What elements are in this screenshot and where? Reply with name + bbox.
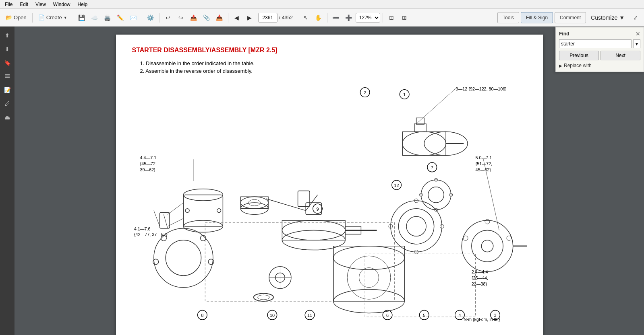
svg-rect-13 — [414, 124, 426, 132]
sidebar-icon-eraser[interactable] — [2, 112, 13, 123]
menu-bar: File Edit View Window Help — [0, 0, 644, 9]
svg-point-60 — [398, 209, 434, 244]
next-page-button[interactable]: ▶ — [244, 12, 256, 24]
maximize-button[interactable]: ⤢ — [630, 12, 642, 24]
find-buttons: Previous Next — [559, 51, 640, 60]
svg-text:{42—77, 37—67}: {42—77, 37—67} — [134, 232, 167, 237]
svg-text:9: 9 — [316, 207, 319, 212]
zoom-out-button[interactable]: ➖ — [330, 12, 342, 24]
undo-button[interactable]: ↩ — [162, 12, 174, 24]
separator-3 — [142, 13, 142, 23]
svg-point-34 — [166, 240, 201, 275]
sidebar-icon-pen[interactable]: 🖊 — [2, 98, 13, 109]
find-next-button[interactable]: Next — [601, 51, 640, 60]
svg-point-75 — [463, 236, 468, 240]
edit-button[interactable]: ✏️ — [114, 12, 126, 24]
page-separator: / — [279, 15, 280, 21]
svg-rect-96 — [306, 203, 321, 214]
svg-point-114 — [257, 295, 269, 300]
find-dropdown-button[interactable]: ▼ — [633, 39, 640, 48]
svg-line-29 — [168, 218, 183, 226]
email-button[interactable]: ✉️ — [127, 12, 139, 24]
tools-button[interactable]: Tools — [497, 12, 519, 23]
find-close-button[interactable]: ✕ — [636, 31, 640, 37]
separator-1 — [32, 13, 33, 23]
svg-text:12: 12 — [394, 183, 399, 188]
svg-point-61 — [406, 216, 426, 236]
zoom-in-button[interactable]: ➕ — [343, 12, 355, 24]
menu-file[interactable]: File — [2, 1, 16, 8]
svg-line-28 — [168, 203, 183, 214]
extract-button[interactable]: 📤 — [188, 12, 200, 24]
svg-rect-104 — [365, 254, 475, 317]
attach-button[interactable]: 📎 — [201, 12, 213, 24]
save-cloud-button[interactable]: ☁️ — [89, 12, 101, 24]
sidebar-icon-down[interactable]: ⬇ — [2, 43, 13, 55]
svg-text:N·m {kgf·cm, in·lbf}: N·m {kgf·cm, in·lbf} — [464, 317, 500, 322]
svg-rect-2 — [5, 74, 10, 75]
svg-rect-3 — [5, 117, 10, 119]
svg-point-56 — [359, 268, 379, 288]
create-label: Create — [46, 14, 62, 21]
cursor-button[interactable]: ↖ — [300, 12, 312, 24]
left-sidebar: ⬆ ⬇ 🔖 📝 🖊 — [0, 27, 14, 335]
replace-row[interactable]: ▶ Replace with — [559, 63, 640, 68]
export-button[interactable]: 📥 — [213, 12, 226, 24]
menu-view[interactable]: View — [32, 1, 49, 8]
replace-arrow-icon: ▶ — [559, 64, 562, 68]
comment-button[interactable]: Comment — [555, 12, 586, 23]
sidebar-icon-layers[interactable] — [2, 71, 13, 82]
svg-point-74 — [507, 236, 511, 240]
find-input-row: ▼ — [559, 39, 640, 48]
diagram-svg: 9—12 {92—122, 80—106} 1 2 — [132, 78, 527, 327]
sidebar-icon-annotation[interactable]: 📝 — [2, 84, 13, 96]
svg-rect-0 — [5, 76, 10, 76]
zoom-select[interactable]: 50% 75% 100% 127% 150% 200% — [356, 13, 380, 23]
prev-page-button[interactable]: ◀ — [231, 12, 243, 24]
find-panel: Find ✕ ▼ Previous Next ▶ Replace with — [555, 27, 644, 72]
main-layout: ⬆ ⬇ 🔖 📝 🖊 STARTER DISASSEMBLY/ASSEMBLY [… — [0, 27, 644, 335]
menu-window[interactable]: Window — [50, 1, 74, 8]
svg-text:8: 8 — [201, 313, 203, 318]
customize-button[interactable]: Customize ▼ — [588, 12, 628, 24]
print-button[interactable]: 🖨️ — [101, 12, 114, 24]
redo-button[interactable]: ↪ — [175, 12, 187, 24]
page-number-input[interactable]: 2361 — [258, 13, 277, 23]
sidebar-icon-nav[interactable]: ⬆ — [2, 30, 13, 41]
svg-point-27 — [217, 209, 221, 213]
find-previous-button[interactable]: Previous — [559, 51, 599, 60]
settings-button[interactable]: ⚙️ — [145, 12, 157, 24]
page-total: 4352 — [282, 15, 293, 21]
svg-line-40 — [153, 211, 159, 226]
fit-page-button[interactable]: ⊡ — [385, 12, 398, 24]
save-button[interactable]: 💾 — [76, 12, 88, 24]
svg-text:{25—44,: {25—44, — [471, 275, 488, 280]
toolbar-right: Tools Fill & Sign Comment Customize ▼ ⤢ — [497, 12, 642, 24]
svg-text:5.0—7.1: 5.0—7.1 — [475, 155, 492, 160]
fit-width-button[interactable]: ⊞ — [398, 12, 410, 24]
separator-8 — [383, 13, 383, 23]
page-navigation: 2361 / 4352 — [258, 13, 293, 23]
hand-button[interactable]: ✋ — [313, 12, 325, 24]
content-area[interactable]: STARTER DISASSEMBLY/ASSEMBLY [MZR 2.5] 1… — [14, 27, 644, 335]
find-panel-header: Find ✕ — [559, 31, 640, 37]
svg-point-97 — [421, 180, 451, 210]
svg-point-72 — [481, 240, 493, 252]
fill-sign-button[interactable]: Fill & Sign — [521, 12, 553, 23]
pdf-page: STARTER DISASSEMBLY/ASSEMBLY [MZR 2.5] 1… — [116, 35, 543, 335]
menu-edit[interactable]: Edit — [17, 1, 31, 8]
svg-text:1: 1 — [403, 92, 406, 97]
svg-text:4.4—7.1: 4.4—7.1 — [140, 155, 156, 160]
separator-5 — [228, 13, 228, 23]
svg-text:9—12 {92—122, 80—106}: 9—12 {92—122, 80—106} — [456, 86, 507, 91]
instruction-2: 2. Assemble in the reverse order of disa… — [140, 68, 527, 74]
sidebar-icon-bookmark[interactable]: 🔖 — [2, 57, 13, 68]
svg-point-33 — [153, 228, 213, 288]
create-button[interactable]: 📄 Create ▼ — [35, 12, 70, 24]
menu-help[interactable]: Help — [75, 1, 91, 8]
find-search-input[interactable] — [559, 39, 632, 48]
svg-point-98 — [428, 187, 444, 203]
svg-text:10: 10 — [269, 313, 274, 318]
svg-point-26 — [185, 209, 189, 213]
open-button[interactable]: 📂 Open — [2, 12, 30, 24]
